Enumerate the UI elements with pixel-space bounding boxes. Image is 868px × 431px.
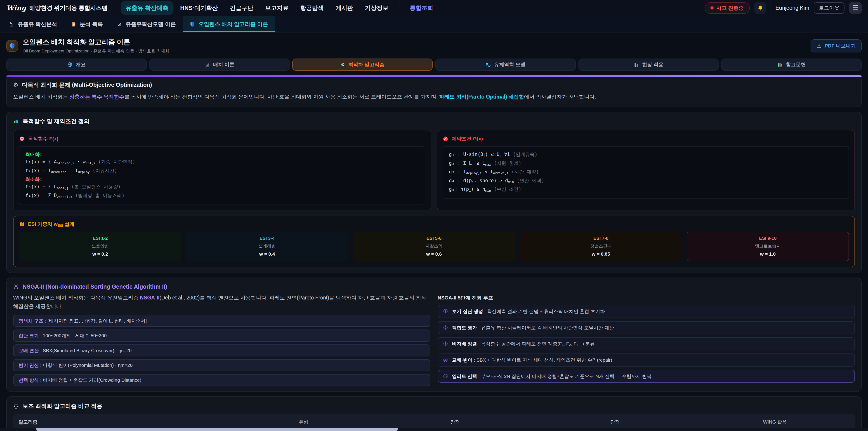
- objective-code-block: 최대화: f₁(x) = Σ Ablocked,i · wESI,i (가중 차…: [19, 146, 426, 205]
- wing-logo: Wing: [6, 4, 26, 12]
- step-number: ⑤: [443, 372, 448, 380]
- nav-item-aerial-search[interactable]: 항공탐색: [296, 1, 329, 15]
- tab-analysis-list[interactable]: 분석 목록: [64, 16, 110, 32]
- nsga-right-column: NSGA-II 5단계 진화 루프 ① 초기 집단 생성 : 확산예측 결과 기…: [438, 294, 855, 386]
- param-population: 집단 크기 : 100~200개체 · 세대수 50~200: [13, 330, 430, 341]
- section-heading: ⚙ 다목적 최적화 문제 (Multi-Objective Optimizati…: [13, 81, 855, 89]
- microscope-icon: [8, 21, 14, 27]
- param-mutation: 변이 연산 : 다항식 변이(Polynomial Mutation) · ηm…: [13, 359, 430, 371]
- esi-panel-title: ESI 가중치 wESI 설계: [19, 221, 849, 227]
- constraints-code-block: g₁ : U·sin(θi) ≤ Uc ∀i (임계유속) g₂ : Σ Lj …: [442, 146, 849, 199]
- pdf-export-button[interactable]: PDF 내보내기: [811, 39, 862, 53]
- hamburger-menu-button[interactable]: [849, 2, 862, 14]
- app-logo[interactable]: Wing 해양환경 위기대응 통합시스템: [6, 4, 107, 12]
- target-icon: [19, 136, 25, 142]
- objective-box-title: 목적함수 F(x): [19, 135, 426, 142]
- nsga-grid: WING의 오일펜스 배치 최적화는 다목적 유전알고리즘 NSGA-II(De…: [13, 294, 855, 386]
- nav-item-hns-diffusion[interactable]: HNS·대기확산: [175, 1, 223, 15]
- bell-icon: [757, 5, 763, 11]
- tab-diffusion-model-theory[interactable]: 유출유확산모델 이론: [110, 16, 183, 32]
- logout-button[interactable]: 로그아웃: [814, 2, 844, 14]
- section-tab-bar: 개요 배치 이론 ⚙ 최적화 알고리즘 유체역학 모델 현장 적용: [0, 58, 868, 74]
- globe-icon: [67, 62, 72, 67]
- tab-boom-algorithm-theory[interactable]: 오일펜스 배치 알고리즘 이론: [183, 16, 275, 32]
- map-icon: [19, 221, 25, 227]
- code-line: g₂ : Σ Lj ≤ Lmax (자원 한계): [449, 160, 843, 168]
- section-heading: 보조 최적화 알고리즘 비교 적용: [13, 402, 855, 410]
- navbar-right: 사고 진행중 Eunjeong Kim 로그아웃: [705, 2, 862, 14]
- definition-card: 목적함수 및 제약조건 정의 목적함수 F(x) 최대화: f₁(x) = Σ …: [6, 112, 862, 273]
- param-crossover: 교배 연산 : SBX(Simulated Binary Crossover) …: [13, 344, 430, 357]
- tab-field-application[interactable]: 현장 적용: [579, 59, 719, 71]
- books-icon: [777, 62, 783, 67]
- page-titles: 오일펜스 배치 최적화 알고리즘 이론 Oil Boom Deployment …: [23, 37, 169, 54]
- top-navbar: Wing 해양환경 위기대응 통합시스템 유출유 확산예측 HNS·대기확산 긴…: [0, 0, 868, 16]
- no-entry-icon: [442, 136, 448, 142]
- tab-spill-analysis[interactable]: 유출유 확산분석: [2, 16, 64, 32]
- step-number: ③: [443, 340, 448, 348]
- app-title: 해양환경 위기대응 통합시스템: [29, 4, 107, 12]
- code-line: g₁ : U·sin(θi) ≤ Uc ∀i (임계유속): [449, 151, 843, 160]
- loop-step-4: ④ 교배·변이 : SBX + 다항식 변이로 자식 세대 생성. 제약조건 위…: [438, 353, 855, 367]
- esi-card-9-10: ESI 9-10 맹그로브습지 w = 1.0: [687, 232, 849, 261]
- building-icon: [633, 62, 639, 67]
- code-line: 최소화:: [25, 176, 419, 183]
- wave-icon: [486, 62, 491, 67]
- main-nav: 유출유 확산예측 HNS·대기확산 긴급구난 보고자료 항공탐색 게시판 기상정…: [121, 1, 438, 15]
- divider: [399, 4, 399, 11]
- gear-icon: ⚙: [341, 62, 345, 68]
- esi-card-7-8: ESI 7-8 갯벌조간대 w = 0.85: [520, 232, 682, 261]
- dna-icon: [13, 284, 19, 290]
- page-shield-icon: [6, 40, 18, 52]
- nav-item-integrated-search[interactable]: 통합조회: [405, 1, 438, 15]
- esi-weights-panel: ESI 가중치 wESI 설계 ESI 1-2 노출암반 w = 0.2 ESI…: [13, 216, 855, 267]
- bar-chart-icon: [13, 118, 19, 124]
- esi-card-3-4: ESI 3-4 모래해변 w = 0.4: [186, 232, 348, 261]
- nav-item-board[interactable]: 게시판: [331, 1, 358, 15]
- tab-references[interactable]: 참고문헌: [721, 59, 862, 71]
- code-line: f₄(x) = Σ Dvessel,k (방제정 총 이동거리): [25, 192, 419, 201]
- code-line: 최대화:: [25, 151, 419, 158]
- notifications-button[interactable]: [754, 2, 766, 14]
- nav-item-reports[interactable]: 보고자료: [260, 1, 293, 15]
- tab-hydrodynamics-model[interactable]: 유체역학 모델: [435, 59, 576, 71]
- esi-card-5-6: ESI 5-6 자갈조약 w = 0.6: [353, 232, 515, 261]
- horizontal-scrollbar-thumb[interactable]: [36, 428, 398, 431]
- tab-optimization-algorithm[interactable]: ⚙ 최적화 알고리즘: [292, 59, 433, 71]
- loop-step-1: ① 초기 집단 생성 : 확산예측 결과 기반 랜덤 + 휴리스틱 배치안 혼합…: [438, 305, 855, 318]
- incident-label: 사고 진행중: [716, 4, 744, 11]
- nav-item-oil-spill-prediction[interactable]: 유출유 확산예측: [121, 1, 174, 15]
- step-number: ②: [443, 324, 448, 332]
- intro-paragraph: 오일펜스 배치 최적화는 상충하는 복수 목적함수를 동시에 만족해야 하는 전…: [13, 93, 855, 101]
- page-title: 오일펜스 배치 최적화 알고리즘 이론: [23, 37, 169, 47]
- gear-icon: ⚙: [13, 81, 18, 88]
- constraints-box: 제약조건 G(x) g₁ : U·sin(θi) ≤ Uc ∀i (임계유속) …: [437, 130, 855, 210]
- content-area: ⚙ 다목적 최적화 문제 (Multi-Objective Optimizati…: [0, 74, 868, 431]
- clipboard-icon: [71, 21, 76, 27]
- nav-item-emergency-rescue[interactable]: 긴급구난: [225, 1, 258, 15]
- step-number: ①: [443, 308, 448, 315]
- scale-icon: [13, 403, 19, 409]
- ruler-icon: [205, 62, 210, 67]
- tab-overview[interactable]: 개요: [6, 59, 147, 71]
- divider: [114, 4, 114, 12]
- loop-step-5: ⑤ 엘리트 선택 : 부모+자식 2N 집단에서 비지배 정렬+혼잡도 기준으로…: [438, 370, 855, 383]
- horizontal-scrollbar-track: [0, 428, 868, 431]
- multi-objective-intro-card: ⚙ 다목적 최적화 문제 (Multi-Objective Optimizati…: [6, 75, 862, 107]
- incident-status-badge[interactable]: 사고 진행중: [705, 2, 749, 14]
- status-dot-icon: [710, 6, 714, 9]
- shield-icon: [189, 21, 195, 27]
- definition-grid: 목적함수 F(x) 최대화: f₁(x) = Σ Ablocked,i · wE…: [13, 130, 855, 210]
- constraints-box-title: 제약조건 G(x): [442, 135, 849, 142]
- param-chromosome: 염색체 구조 : [배치지점 좌표, 방향각, 길이 L, 형태, 배치순서]: [13, 315, 430, 327]
- download-icon: [816, 43, 822, 49]
- nav-item-weather[interactable]: 기상정보: [360, 1, 394, 15]
- divider: [771, 4, 771, 11]
- loop-title: NSGA-II 5단계 진화 루프: [438, 294, 855, 301]
- section-heading: 목적함수 및 제약조건 정의: [13, 118, 855, 125]
- code-line: f₂(x) = Tdeadline - Tdeploy (여유시간): [25, 167, 419, 176]
- tab-deployment-theory[interactable]: 배치 이론: [149, 59, 290, 71]
- code-line: f₃(x) = Σ Lboom,j (총 오일펜스 사용량): [25, 183, 419, 192]
- step-number: ④: [443, 356, 448, 364]
- param-selection: 선택 방식 : 비지배 정렬 + 혼잡도 거리(Crowding Distanc…: [13, 374, 430, 386]
